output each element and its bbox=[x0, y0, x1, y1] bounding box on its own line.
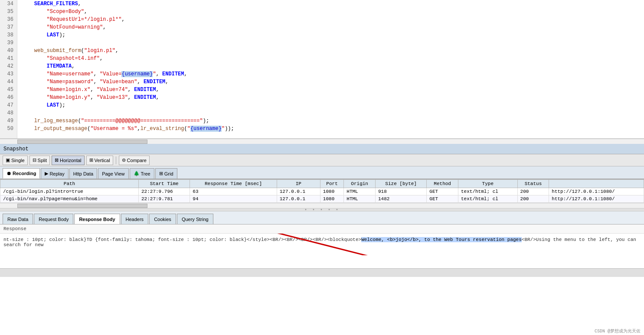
code-line: lr_log_message("==========@@@@@@@@======… bbox=[22, 117, 640, 125]
table-row[interactable]: /cgi-bin/login.pl?intro=true22:27:9.7966… bbox=[0, 188, 644, 195]
resize-handle[interactable]: • • • • • bbox=[0, 208, 644, 211]
tab-replay[interactable]: ▶ Replay bbox=[41, 168, 68, 179]
horizontal-icon: ⊠ bbox=[55, 157, 59, 163]
code-line: "RequestUrl=*/login.pl*", bbox=[22, 16, 640, 23]
code-editor: 34 35 36 37 38 39 40 41 42 43 44 45 46 4… bbox=[0, 0, 644, 139]
table-cell: text/html; cl bbox=[458, 188, 518, 195]
status-text bbox=[3, 270, 6, 275]
tab-grid[interactable]: ⊞ Grid bbox=[155, 168, 177, 179]
single-label: Single bbox=[11, 158, 25, 163]
toolbar-separator bbox=[116, 156, 116, 164]
split-icon: ⊟ bbox=[33, 157, 36, 163]
vertical-button[interactable]: ⊞ Vertical bbox=[86, 156, 113, 165]
table-cell: 22:27:9.796 bbox=[139, 188, 190, 195]
code-line: SEARCH_FILTERS, bbox=[22, 0, 640, 8]
http-data-table: Path Start Time Response Time [msec] IP … bbox=[0, 179, 644, 203]
compare-button[interactable]: ⊜ Compare bbox=[119, 156, 150, 165]
col-ip: IP bbox=[277, 180, 320, 188]
code-line bbox=[22, 109, 640, 117]
code-line: "Name=login.x", "Value=74", ENDITEM, bbox=[22, 86, 640, 94]
snapshot-toolbar: ▣ Single ⊟ Split ⊠ Horizontal ⊞ Vertical… bbox=[0, 154, 644, 166]
replay-label: Replay bbox=[49, 171, 64, 176]
tab-raw-data[interactable]: Raw Data bbox=[3, 214, 33, 224]
table-row[interactable]: /cgi-bin/nav.pl?page=menu&in=home22:27:9… bbox=[0, 195, 644, 203]
code-line: "Name=password", "Value=bean", ENDITEM, bbox=[22, 78, 640, 86]
code-scrollbar[interactable] bbox=[0, 139, 644, 144]
table-cell: http://127.0.0.1:1080/ bbox=[549, 188, 644, 195]
col-size: Size [byte] bbox=[375, 180, 426, 188]
split-label: Split bbox=[38, 158, 47, 163]
table-cell: 918 bbox=[375, 188, 426, 195]
code-content: SEARCH_FILTERS, "Scope=Body", "RequestUr… bbox=[17, 0, 644, 138]
tab-request-body[interactable]: Request Body bbox=[34, 214, 73, 224]
response-label: Response bbox=[0, 224, 644, 234]
tab-http-data[interactable]: Http Data bbox=[69, 168, 97, 179]
table-cell: http://127.0.0.1:1080/ bbox=[549, 195, 644, 203]
table-cell: HTML bbox=[344, 195, 376, 203]
col-origin: Origin bbox=[344, 180, 376, 188]
resize-dots: • • • • • bbox=[304, 208, 340, 212]
bottom-tabs-bar: Raw Data Request Body Response Body Head… bbox=[0, 211, 644, 224]
table-cell: 1080 bbox=[320, 188, 343, 195]
code-line: web_submit_form("login.pl", bbox=[22, 47, 640, 55]
cookies-label: Cookies bbox=[154, 217, 171, 222]
table-cell: 63 bbox=[190, 188, 277, 195]
bottom-bar bbox=[0, 268, 644, 277]
table-cell: /cgi-bin/nav.pl?page=menu&in=home bbox=[0, 195, 139, 203]
col-status: Status bbox=[517, 180, 549, 188]
table-cell: 200 bbox=[517, 188, 549, 195]
code-line: LAST); bbox=[22, 101, 640, 109]
table-cell: /cgi-bin/login.pl?intro=true bbox=[0, 188, 139, 195]
code-line: "Snapshot=t4.inf", bbox=[22, 55, 640, 62]
col-start-time: Start Time bbox=[139, 180, 190, 188]
compare-icon: ⊜ bbox=[122, 157, 126, 163]
http-data-label: Http Data bbox=[73, 171, 93, 176]
grid-icon: ⊞ bbox=[159, 171, 163, 176]
raw-data-label: Raw Data bbox=[7, 217, 28, 222]
table-header-row: Path Start Time Response Time [msec] IP … bbox=[0, 180, 644, 188]
tab-cookies[interactable]: Cookies bbox=[149, 214, 176, 224]
response-text-before: nt-size : 10pt; color: black}TD {font-fa… bbox=[3, 237, 361, 242]
replay-icon: ▶ bbox=[45, 171, 48, 176]
table-scrollbar[interactable] bbox=[0, 203, 644, 208]
table-scrollbar-thumb[interactable] bbox=[17, 204, 147, 208]
table-cell: 127.0.0.1 bbox=[277, 195, 320, 203]
response-content: nt-size : 10pt; color: black}TD {font-fa… bbox=[0, 234, 644, 268]
tab-recording[interactable]: ⏺ Recording bbox=[3, 168, 40, 179]
scrollbar-thumb[interactable] bbox=[17, 140, 147, 144]
tab-page-view[interactable]: Page View bbox=[98, 168, 128, 179]
headers-label: Headers bbox=[126, 217, 144, 222]
col-path: Path bbox=[0, 180, 139, 188]
table-cell: 200 bbox=[517, 195, 549, 203]
single-button[interactable]: ▣ Single bbox=[3, 156, 28, 165]
query-string-label: Query String bbox=[182, 217, 209, 222]
split-button[interactable]: ⊟ Split bbox=[29, 156, 50, 165]
code-line: "Scope=Body", bbox=[22, 8, 640, 16]
tab-query-string[interactable]: Query String bbox=[177, 214, 213, 224]
snapshot-panel-header: Snapshot bbox=[0, 144, 644, 154]
col-method: Method bbox=[427, 180, 458, 188]
tab-tree[interactable]: 🌲 Tree bbox=[130, 168, 154, 179]
recording-label: Recording bbox=[13, 171, 36, 176]
table-cell: 1080 bbox=[320, 195, 343, 203]
table-cell: 94 bbox=[190, 195, 277, 203]
tab-headers[interactable]: Headers bbox=[121, 214, 149, 224]
table-cell: text/html; cl bbox=[458, 195, 518, 203]
table-cell: GET bbox=[427, 195, 458, 203]
horizontal-label: Horizontal bbox=[60, 158, 82, 163]
grid-label: Grid bbox=[164, 171, 173, 176]
view-tabs-bar: ⏺ Recording ▶ Replay Http Data Page View… bbox=[0, 166, 644, 179]
vertical-icon: ⊞ bbox=[89, 157, 93, 163]
table-cell: GET bbox=[427, 188, 458, 195]
tab-response-body[interactable]: Response Body bbox=[74, 214, 120, 224]
col-port: Port bbox=[320, 180, 343, 188]
horizontal-button[interactable]: ⊠ Horizontal bbox=[52, 156, 85, 165]
data-table-area: Path Start Time Response Time [msec] IP … bbox=[0, 179, 644, 203]
response-text-highlight: Welcome, <b>jojo</b>, to the Web Tours r… bbox=[361, 237, 522, 242]
code-line: "Name=username", "Value={username}", END… bbox=[22, 70, 640, 78]
tree-icon: 🌲 bbox=[134, 171, 140, 176]
snapshot-title: Snapshot bbox=[3, 146, 29, 152]
table-cell: 22:27:9.781 bbox=[139, 195, 190, 203]
table-cell: 127.0.0.1 bbox=[277, 188, 320, 195]
single-icon: ▣ bbox=[6, 157, 10, 163]
